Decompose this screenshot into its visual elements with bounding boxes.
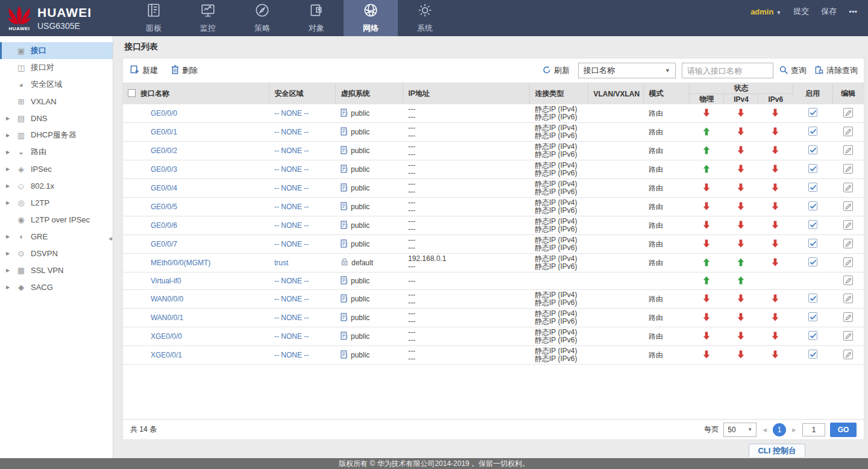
security-zone-link[interactable]: -- NONE --: [274, 332, 309, 341]
edit-icon[interactable]: [843, 183, 853, 192]
interface-name-link[interactable]: XGE0/0/1: [151, 351, 182, 359]
nav-tab-policy[interactable]: 策略: [235, 0, 289, 36]
interface-name-link[interactable]: WAN0/0/0: [151, 295, 183, 303]
interface-name-link[interactable]: XGE0/0/0: [151, 332, 182, 341]
next-page-icon[interactable]: ►: [791, 426, 797, 433]
security-zone-link[interactable]: -- NONE --: [274, 165, 309, 174]
sidebar-item-gre[interactable]: ▶◖GRE: [0, 228, 113, 245]
enable-checkbox[interactable]: [808, 257, 817, 266]
security-zone-link[interactable]: -- NONE --: [274, 351, 309, 359]
edit-icon[interactable]: [843, 108, 853, 118]
sidebar-item-l2tp[interactable]: ▶◎L2TP: [0, 194, 113, 211]
interface-name-link[interactable]: MEth0/0/0(MGMT): [151, 259, 210, 267]
edit-icon[interactable]: [843, 294, 853, 303]
enable-checkbox[interactable]: [808, 220, 817, 229]
security-zone-link[interactable]: -- NONE --: [274, 203, 309, 211]
enable-checkbox[interactable]: [808, 294, 817, 303]
security-zone-link[interactable]: -- NONE --: [274, 313, 309, 322]
sidebar-item-dsvpn[interactable]: ▶⊙DSVPN: [0, 245, 113, 262]
interface-name-link[interactable]: Virtual-if0: [151, 277, 181, 285]
edit-icon[interactable]: [843, 275, 853, 285]
sidebar-item-sacg[interactable]: ▶◆SACG: [0, 279, 113, 295]
cli-console-button[interactable]: CLI 控制台: [749, 444, 805, 457]
interface-name-link[interactable]: GE0/0/2: [151, 146, 177, 155]
security-zone-link[interactable]: -- NONE --: [274, 295, 309, 303]
expand-arrow-icon[interactable]: ▶: [0, 133, 16, 138]
go-button[interactable]: GO: [830, 423, 857, 437]
nav-tab-object[interactable]: 对象: [289, 0, 344, 36]
sidebar-item--[interactable]: ◕安全区域: [0, 76, 113, 93]
sidebar-item--[interactable]: ◫接口对: [0, 59, 113, 76]
nav-tab-monitor[interactable]: 监控: [181, 0, 235, 36]
edit-icon[interactable]: [843, 201, 853, 211]
enable-checkbox[interactable]: [808, 331, 817, 340]
security-zone-link[interactable]: -- NONE --: [274, 221, 309, 230]
query-button[interactable]: 查询: [779, 65, 807, 76]
current-page-badge[interactable]: 1: [773, 423, 786, 436]
enable-checkbox[interactable]: [808, 350, 817, 359]
filter-field-select[interactable]: 接口名称 ▼: [578, 63, 676, 78]
commit-button[interactable]: 提交: [793, 6, 809, 17]
sidebar-item-ssl-vpn[interactable]: ▶▦SSL VPN: [0, 262, 113, 279]
expand-arrow-icon[interactable]: ▶: [0, 150, 16, 155]
interface-name-link[interactable]: GE0/0/5: [151, 203, 177, 211]
enable-checkbox[interactable]: [808, 201, 817, 210]
enable-checkbox[interactable]: [808, 239, 817, 248]
expand-arrow-icon[interactable]: ▶: [0, 234, 16, 239]
refresh-button[interactable]: 刷新: [542, 65, 570, 76]
enable-checkbox[interactable]: [808, 108, 817, 117]
enable-checkbox[interactable]: [808, 145, 817, 154]
edit-icon[interactable]: [843, 331, 853, 341]
sidebar-item--[interactable]: ▣接口: [0, 42, 113, 59]
expand-arrow-icon[interactable]: ▶: [0, 268, 16, 273]
user-menu[interactable]: admin▼: [750, 7, 781, 16]
nav-tab-system[interactable]: 系统: [398, 0, 452, 36]
sidebar-item--[interactable]: ▶◒路由: [0, 143, 113, 160]
edit-icon[interactable]: [843, 350, 853, 359]
edit-icon[interactable]: [843, 239, 853, 248]
enable-checkbox[interactable]: [808, 164, 817, 173]
save-button[interactable]: 保存: [821, 6, 837, 17]
interface-name-link[interactable]: GE0/0/0: [151, 109, 177, 118]
expand-arrow-icon[interactable]: ▶: [0, 200, 16, 206]
expand-arrow-icon[interactable]: ▶: [0, 116, 16, 121]
interface-name-link[interactable]: GE0/0/1: [151, 128, 177, 136]
expand-arrow-icon[interactable]: ▶: [0, 183, 16, 189]
sidebar-item-dns[interactable]: ▶▤DNS: [0, 110, 113, 127]
expand-arrow-icon[interactable]: ▶: [0, 285, 16, 290]
edit-icon[interactable]: [843, 127, 853, 136]
new-button[interactable]: 新建: [130, 65, 158, 76]
edit-icon[interactable]: [843, 164, 853, 174]
nav-tab-panel[interactable]: 面板: [127, 0, 181, 36]
security-zone-link[interactable]: -- NONE --: [274, 109, 309, 118]
prev-page-icon[interactable]: ◄: [761, 426, 768, 433]
sidebar-collapse-icon[interactable]: ◄: [107, 235, 113, 242]
nav-tab-network[interactable]: 网络: [344, 0, 398, 36]
sidebar-item-802-1x[interactable]: ▶◇802.1x: [0, 177, 113, 194]
per-page-select[interactable]: 50 ▼: [723, 423, 756, 437]
edit-icon[interactable]: [843, 257, 853, 267]
interface-name-link[interactable]: GE0/0/4: [151, 184, 177, 192]
more-menu-icon[interactable]: •••: [849, 7, 857, 16]
goto-page-input[interactable]: [802, 423, 825, 436]
sidebar-item-ipsec[interactable]: ▶◈IPSec: [0, 160, 113, 177]
security-zone-link[interactable]: -- NONE --: [274, 240, 309, 248]
edit-icon[interactable]: [843, 220, 853, 230]
security-zone-link[interactable]: trust: [274, 259, 288, 267]
clear-query-button[interactable]: 清除查询: [815, 65, 858, 76]
interface-name-link[interactable]: GE0/0/7: [151, 240, 177, 248]
security-zone-link[interactable]: -- NONE --: [274, 184, 309, 192]
enable-checkbox[interactable]: [808, 312, 817, 321]
edit-icon[interactable]: [843, 312, 853, 322]
interface-name-link[interactable]: GE0/0/3: [151, 165, 177, 174]
security-zone-link[interactable]: -- NONE --: [274, 146, 309, 155]
delete-button[interactable]: 删除: [171, 65, 198, 76]
sidebar-item-dhcp-[interactable]: ▶▥DHCP服务器: [0, 127, 113, 143]
enable-checkbox[interactable]: [808, 127, 817, 136]
security-zone-link[interactable]: -- NONE --: [274, 128, 309, 136]
enable-checkbox[interactable]: [808, 183, 817, 192]
security-zone-link[interactable]: -- NONE --: [274, 277, 309, 285]
sidebar-item-vxlan[interactable]: ⊞VXLAN: [0, 93, 113, 110]
interface-name-link[interactable]: WAN0/0/1: [151, 313, 183, 322]
expand-arrow-icon[interactable]: ▶: [0, 166, 16, 172]
